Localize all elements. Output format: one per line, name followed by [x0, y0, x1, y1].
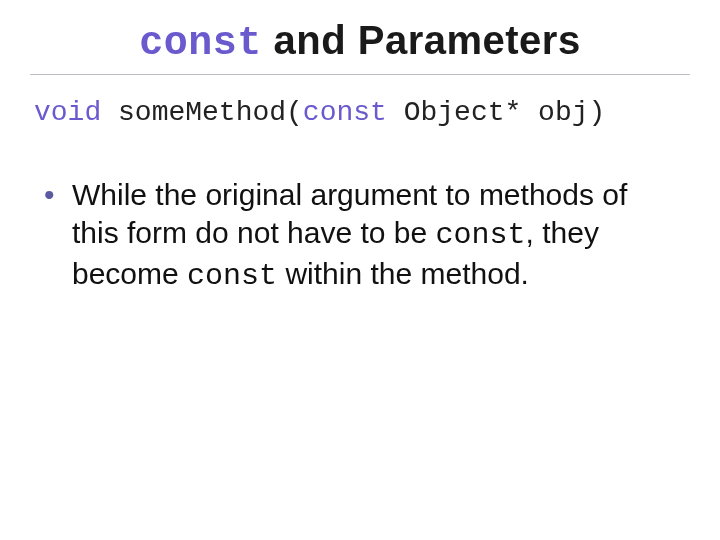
- title-divider: [30, 74, 690, 75]
- code-rest: Object* obj): [387, 97, 605, 128]
- code-const-keyword: const: [303, 97, 387, 128]
- bullet-const-2: const: [187, 259, 277, 293]
- code-signature: void someMethod(const Object* obj): [34, 97, 720, 128]
- bullet-list: While the original argument to methods o…: [44, 176, 660, 295]
- code-void-keyword: void: [34, 97, 101, 128]
- slide-title: const and Parameters: [0, 0, 720, 74]
- bullet-text-3: within the method.: [277, 257, 529, 290]
- code-fn-open: someMethod(: [101, 97, 303, 128]
- bullet-const-1: const: [436, 218, 526, 252]
- title-rest: and Parameters: [262, 18, 581, 62]
- title-keyword: const: [139, 21, 262, 66]
- slide: const and Parameters void someMethod(con…: [0, 0, 720, 540]
- bullet-item: While the original argument to methods o…: [44, 176, 660, 295]
